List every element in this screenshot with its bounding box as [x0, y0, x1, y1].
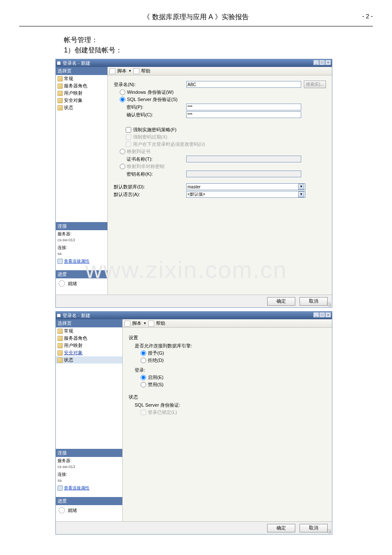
page-header: 《 数据库原理与应用 A 》实验报告 - 2 - [0, 0, 392, 31]
map-cert-radio[interactable]: 映射到证书 [120, 148, 150, 155]
status-heading: 状态 [129, 394, 326, 400]
close-button[interactable]: × [325, 60, 331, 65]
page-icon [58, 336, 63, 341]
key-name-label: 密钥名称(K): [114, 171, 186, 177]
windows-auth-radio[interactable]: Windows 身份验证(W) [120, 89, 173, 95]
conn-label: 连接: [56, 244, 107, 251]
script-button[interactable]: 脚本 [132, 320, 141, 327]
window-buttons: _ □ × [313, 312, 331, 318]
maximize-button[interactable]: □ [319, 312, 325, 318]
enforce-policy-check[interactable]: 强制实施密码策略(F) [126, 127, 176, 133]
content-pane: 脚本 ▼ 帮助 登录名(N): 搜索(E)... Windows 身份验证(W)… [108, 67, 332, 295]
login-name-label: 登录名(N): [114, 81, 186, 88]
settings-heading: 设置 [129, 335, 326, 341]
page-icon [58, 343, 63, 348]
ok-button[interactable]: 确定 [267, 524, 295, 532]
script-icon [124, 321, 130, 327]
search-button[interactable]: 搜索(E)... [304, 81, 326, 88]
script-icon [110, 68, 115, 74]
sidebar-pages: 常规 服务器角色 用户映射 安全对象 状态 [56, 75, 107, 111]
login-heading: 登录: [129, 367, 326, 373]
maximize-button[interactable]: □ [319, 60, 325, 65]
help-button[interactable]: 帮助 [156, 320, 165, 327]
dialog-body: 选择页 常规 服务器角色 用户映射 安全对象 状态 连接 服务器: cs-sw-… [56, 319, 332, 521]
sidebar-item-general[interactable]: 常规 [56, 75, 107, 82]
page-number: - 2 - [362, 13, 373, 20]
window-buttons: _ □ × [313, 60, 331, 65]
sidebar-conn-head: 连接 [56, 449, 122, 457]
minimize-button[interactable]: _ [313, 60, 319, 65]
link-icon [58, 486, 63, 491]
view-conn-props-link[interactable]: 查看连接属性 [56, 484, 122, 492]
titlebar[interactable]: 登录名 - 新建 _ □ × [56, 312, 332, 319]
page-icon [58, 84, 63, 89]
view-conn-props-link[interactable]: 查看连接属性 [56, 257, 107, 265]
sql-auth-radio[interactable]: SQL Server 身份验证(S) [120, 96, 178, 103]
minimize-button[interactable]: _ [313, 312, 319, 318]
window-title: 登录名 - 新建 [63, 60, 90, 66]
intro-text: 帐号管理： 1）创建登陆帐号： [64, 35, 392, 55]
sidebar: 选择页 常规 服务器角色 用户映射 安全对象 状态 连接 服务器: cs-sw-… [56, 67, 108, 295]
resize-grip-icon[interactable] [327, 529, 331, 533]
help-button[interactable]: 帮助 [141, 68, 150, 74]
progress-spinner-icon [58, 280, 65, 287]
login-name-input[interactable] [186, 81, 301, 88]
dropdown-arrow-icon[interactable]: ▼ [298, 184, 304, 190]
sidebar-item-status[interactable]: 状态 [56, 104, 107, 111]
status-form: 设置 是否允许连接到数据库引擎: 授予(G) 拒绝(D) 登录: 启用(E) 禁… [123, 328, 332, 480]
sidebar-item-securables[interactable]: 安全对象 [56, 97, 107, 104]
sidebar-item-server-roles[interactable]: 服务器角色 [56, 335, 122, 342]
default-db-label: 默认数据库(D): [114, 184, 186, 190]
sidebar-item-user-mapping[interactable]: 用户映射 [56, 90, 107, 97]
sidebar-item-server-roles[interactable]: 服务器角色 [56, 82, 107, 90]
sidebar-item-status[interactable]: 状态 [56, 356, 122, 364]
app-icon [57, 61, 61, 65]
sidebar-conn-head: 连接 [56, 222, 107, 230]
enforce-expire-check: 强制密码过期(X) [126, 134, 167, 140]
toolbar: 脚本 ▼ 帮助 [108, 67, 332, 75]
map-key-radio[interactable]: 映射到非对称密钥 [120, 163, 164, 170]
progress-status: 就绪 [68, 280, 77, 287]
dropdown-arrow-icon[interactable]: ▼ [298, 191, 304, 197]
enable-radio[interactable]: 启用(E) [141, 374, 164, 381]
sidebar-item-general[interactable]: 常规 [56, 327, 122, 335]
script-dropdown-icon[interactable]: ▼ [128, 69, 132, 73]
content-pane: 脚本 ▼ 帮助 设置 是否允许连接到数据库引擎: 授予(G) 拒绝(D) 登录:… [123, 319, 332, 521]
resize-grip-icon[interactable] [327, 302, 331, 306]
deny-radio[interactable]: 拒绝(D) [141, 357, 164, 364]
sidebar-item-securables[interactable]: 安全对象 [56, 349, 122, 356]
allow-conn-label: 是否允许连接到数据库引擎: [129, 343, 326, 349]
default-db-select[interactable]: master▼ [186, 183, 306, 190]
must-change-check: 用户在下次登录时必须更改密码(U) [126, 141, 205, 147]
connection-panel: 服务器: cs-sw-013 连接: sa 查看连接属性 [56, 230, 107, 265]
cancel-button[interactable]: 取消 [300, 297, 328, 306]
dialog-footer: 确定 取消 [56, 521, 332, 534]
login-locked-check: 登录已锁定(L) [141, 409, 177, 416]
progress-panel: 就绪 [56, 278, 107, 295]
close-button[interactable]: × [325, 312, 331, 318]
general-form: 登录名(N): 搜索(E)... Windows 身份验证(W) SQL Ser… [108, 75, 332, 203]
password-input[interactable] [186, 104, 301, 110]
key-name-input [186, 171, 301, 177]
sidebar-select-head: 选择页 [56, 319, 122, 327]
page-icon [58, 76, 63, 81]
server-value: cs-sw-013 [56, 238, 107, 244]
conn-value: sa [56, 251, 107, 257]
login-dialog-status: 登录名 - 新建 _ □ × 选择页 常规 服务器角色 用户映射 安全对象 状态… [55, 311, 332, 535]
script-button[interactable]: 脚本 [117, 68, 127, 74]
confirm-password-input[interactable] [186, 111, 301, 118]
script-dropdown-icon[interactable]: ▼ [143, 321, 147, 325]
server-label: 服务器: [56, 230, 107, 238]
titlebar[interactable]: 登录名 - 新建 _ □ × [56, 59, 332, 67]
grant-radio[interactable]: 授予(G) [141, 350, 164, 356]
progress-spinner-icon [58, 507, 65, 514]
sidebar-item-user-mapping[interactable]: 用户映射 [56, 342, 122, 349]
help-icon [148, 321, 154, 327]
ok-button[interactable]: 确定 [267, 297, 295, 306]
cert-name-input [186, 156, 301, 162]
disable-radio[interactable]: 禁用(S) [141, 382, 164, 388]
header-rule [19, 26, 373, 26]
intro-line2: 1）创建登陆帐号： [64, 45, 392, 55]
cancel-button[interactable]: 取消 [300, 524, 328, 532]
default-lang-select[interactable]: <默认值>▼ [186, 191, 306, 198]
